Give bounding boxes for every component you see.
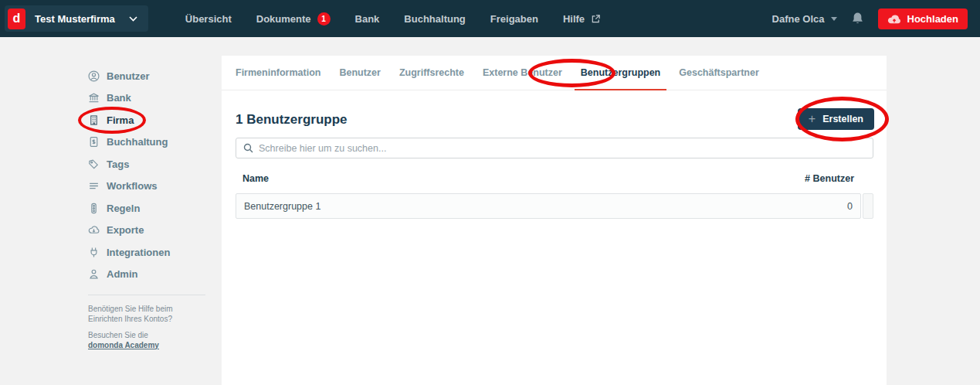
- plug-icon: [88, 247, 100, 258]
- sidebar-item-admin[interactable]: Admin: [77, 264, 212, 286]
- sidebar-item-buchhaltung[interactable]: Buchhaltung: [77, 131, 212, 154]
- logo-letter: d: [13, 12, 21, 26]
- sidebar-item-integrationen[interactable]: Integrationen: [77, 241, 212, 264]
- sidebar-item-workflows[interactable]: Workflows: [77, 175, 212, 198]
- chevron-down-icon: [129, 16, 137, 22]
- caret-down-icon: [831, 17, 837, 21]
- tab-externe-benutzer[interactable]: Externe Benutzer: [476, 56, 568, 90]
- search-box: [236, 138, 873, 158]
- content-card: Firmeninformation Benutzer Zugriffsrecht…: [222, 56, 887, 385]
- help-visit: Besuchen Sie die domonda Academy: [88, 331, 188, 350]
- column-benutzer-count: # Benutzer: [805, 173, 854, 184]
- user-circle-icon: [88, 70, 100, 82]
- cloud-export-icon: [88, 224, 100, 236]
- lines-icon: [88, 180, 100, 192]
- tags-icon: [88, 158, 100, 170]
- company-selector[interactable]: d Test Musterfirma: [5, 5, 148, 32]
- sidebar-item-bank[interactable]: Bank: [77, 87, 212, 110]
- sidebar-item-exporte[interactable]: Exporte: [77, 220, 212, 242]
- nav-uebersicht[interactable]: Übersicht: [185, 13, 232, 25]
- sidebar-item-regeln[interactable]: Regeln: [77, 197, 212, 220]
- bank-icon: [88, 92, 100, 104]
- sidebar-item-benutzer[interactable]: Benutzer: [77, 65, 212, 87]
- user-name: Dafne Olca: [772, 13, 825, 25]
- table-header: Name # Benutzer: [236, 173, 861, 184]
- group-count-cell: 0: [847, 201, 853, 212]
- erstellen-button[interactable]: + Erstellen: [798, 108, 874, 130]
- sidebar-divider: [88, 295, 205, 295]
- nav-dokumente[interactable]: Dokumente 1: [256, 12, 331, 26]
- company-name: Test Musterfirma: [35, 13, 115, 25]
- dokumente-count-badge: 1: [317, 12, 331, 26]
- building-icon: [88, 114, 100, 126]
- nav-bank[interactable]: Bank: [355, 13, 380, 25]
- sidebar-item-tags[interactable]: Tags: [77, 153, 212, 175]
- tab-firmeninformation[interactable]: Firmeninformation: [229, 56, 327, 90]
- table-row[interactable]: Benutzergruppe 1 0: [236, 193, 861, 219]
- sidebar-item-firma[interactable]: Firma: [77, 109, 212, 131]
- topbar-right: Dafne Olca Hochladen: [772, 9, 980, 29]
- tab-geschaeftspartner[interactable]: Geschäftspartner: [673, 56, 765, 90]
- tab-benutzergruppen[interactable]: Benutzergruppen: [575, 56, 666, 90]
- nav-freigaben[interactable]: Freigaben: [490, 13, 538, 25]
- settings-tabs: Firmeninformation Benutzer Zugriffsrecht…: [222, 56, 887, 90]
- domonda-academy-link[interactable]: domonda Academy: [88, 341, 159, 349]
- top-navigation: Übersicht Dokumente 1 Bank Buchhaltung F…: [185, 12, 601, 26]
- cloud-upload-icon: [887, 14, 901, 24]
- admin-user-icon: [88, 268, 100, 280]
- group-name-cell: Benutzergruppe 1: [244, 201, 320, 212]
- column-name: Name: [242, 173, 269, 184]
- scrollbar-track[interactable]: [863, 193, 873, 219]
- page-title: 1 Benutzergruppe: [236, 112, 348, 128]
- tab-benutzer[interactable]: Benutzer: [333, 56, 386, 90]
- hochladen-button[interactable]: Hochladen: [878, 9, 968, 29]
- tab-zugriffsrechte[interactable]: Zugriffsrechte: [393, 56, 470, 90]
- plus-icon: +: [809, 113, 816, 125]
- topbar: d Test Musterfirma Übersicht Dokumente 1…: [0, 0, 980, 37]
- search-input[interactable]: [259, 143, 866, 154]
- user-menu[interactable]: Dafne Olca: [772, 13, 837, 25]
- invoice-icon: [88, 136, 100, 148]
- domonda-logo: d: [8, 9, 25, 29]
- help-question: Benötigen Sie Hilfe beim Einrichten Ihre…: [88, 305, 188, 324]
- external-link-icon: [591, 14, 601, 24]
- settings-sidebar: Benutzer Bank Firma Buchhaltung: [77, 65, 212, 357]
- traffic-light-icon: [88, 203, 100, 214]
- search-icon: [243, 143, 253, 153]
- notifications-bell-icon[interactable]: [851, 12, 864, 26]
- sidebar-help: Benötigen Sie Hilfe beim Einrichten Ihre…: [77, 305, 212, 350]
- nav-buchhaltung[interactable]: Buchhaltung: [404, 13, 465, 25]
- nav-hilfe[interactable]: Hilfe: [563, 13, 601, 25]
